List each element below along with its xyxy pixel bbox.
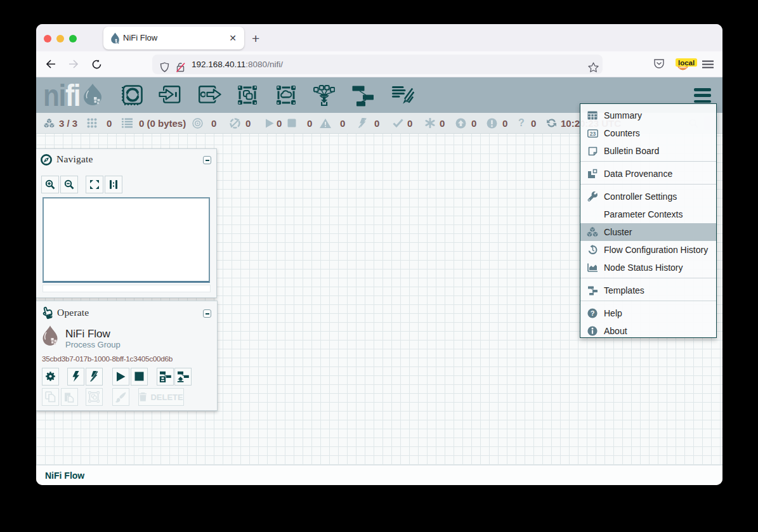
svg-text:23: 23 — [589, 130, 596, 136]
svg-text:?: ? — [591, 309, 595, 317]
